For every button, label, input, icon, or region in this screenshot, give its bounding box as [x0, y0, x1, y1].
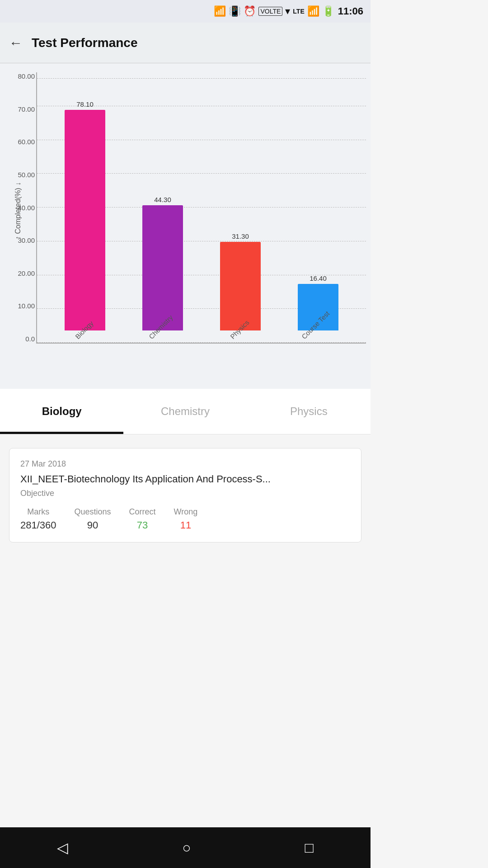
nav-recents-button[interactable]: □ [305, 840, 314, 856]
bar-chemistry-value: 44.30 [154, 196, 171, 203]
tabs: Biology Chemistry Physics [0, 389, 371, 434]
bar-coursetest-value: 16.40 [310, 274, 327, 282]
current-time: 11:06 [338, 5, 363, 17]
stat-correct: Correct 73 [129, 507, 156, 531]
chart-section: ↑ Completed(%) ↓ 80.00 70.00 60.00 50.00 [0, 63, 371, 389]
stat-questions-label: Questions [75, 507, 111, 517]
y-label-30: 30.00 [10, 236, 35, 244]
battery-icon: 🔋 [322, 5, 334, 17]
y-label-10: 10.00 [10, 302, 35, 310]
nav-home-button[interactable]: ○ [182, 840, 191, 856]
tab-biology[interactable]: Biology [0, 389, 123, 434]
bar-coursetest: 16.40 Course Test [298, 274, 338, 343]
y-label-0: 0.0 [10, 335, 35, 343]
test-result-card[interactable]: 27 Mar 2018 XII_NEET-Biotechnology Its A… [9, 448, 361, 542]
y-label-80: 80.00 [10, 72, 35, 80]
bar-biology: 78.10 Biology [65, 100, 105, 343]
bar-biology-value: 78.10 [76, 100, 94, 108]
bar-chemistry-rect [142, 205, 183, 330]
chart-container: ↑ Completed(%) ↓ 80.00 70.00 60.00 50.00 [5, 72, 366, 380]
chart-inner: 80.00 70.00 60.00 50.00 40.00 30.00 20.0… [36, 72, 366, 344]
content-area: 27 Mar 2018 XII_NEET-Biotechnology Its A… [0, 434, 371, 706]
y-label-60: 60.00 [10, 138, 35, 146]
volte-icon: VOLTE [258, 7, 282, 16]
y-label-40: 40.00 [10, 204, 35, 212]
nav-bar: ◁ ○ □ [0, 827, 371, 868]
y-label-50: 50.00 [10, 171, 35, 179]
status-bar: 📶 📳 ⏰ VOLTE ▾ LTE 📶 🔋 11:06 [0, 0, 371, 23]
tab-chemistry[interactable]: Chemistry [123, 389, 247, 434]
status-icons: 📶 📳 ⏰ VOLTE ▾ LTE 📶 🔋 [214, 5, 334, 17]
bar-biology-rect [65, 110, 105, 330]
card-title: XII_NEET-Biotechnology Its Application A… [20, 473, 350, 485]
bar-physics-rect [220, 242, 261, 330]
page-title: Test Performance [32, 36, 137, 50]
stat-correct-value: 73 [137, 519, 148, 531]
stat-questions: Questions 90 [75, 507, 111, 531]
stat-correct-label: Correct [129, 507, 156, 517]
card-type: Objective [20, 489, 350, 498]
card-stats: Marks 281/360 Questions 90 Correct 73 Wr… [20, 507, 350, 531]
tab-physics[interactable]: Physics [247, 389, 371, 434]
tabs-section: Biology Chemistry Physics [0, 389, 371, 434]
back-button[interactable]: ← [9, 35, 23, 51]
stat-questions-value: 90 [87, 519, 98, 531]
bars-area: 78.10 Biology 44.30 Chemistry 31.30 Phys… [46, 72, 357, 343]
bar-physics-value: 31.30 [232, 232, 249, 240]
nav-back-button[interactable]: ◁ [57, 839, 68, 856]
card-date: 27 Mar 2018 [20, 459, 350, 469]
stat-wrong-label: Wrong [174, 507, 198, 517]
wifi-icon: ▾ [285, 5, 290, 17]
y-label-20: 20.00 [10, 269, 35, 277]
bar-chemistry: 44.30 Chemistry [142, 196, 183, 343]
y-label-70: 70.00 [10, 105, 35, 113]
stat-marks-value: 281/360 [20, 519, 56, 531]
stat-marks-label: Marks [27, 507, 49, 517]
bar-physics: 31.30 Physics [220, 232, 261, 343]
stat-wrong: Wrong 11 [174, 507, 198, 531]
signal-bars-icon: 📶 [307, 5, 319, 17]
vibrate-icon: 📳 [229, 5, 241, 17]
stat-marks: Marks 281/360 [20, 507, 56, 531]
stat-wrong-value: 11 [180, 519, 191, 531]
y-labels: 80.00 70.00 60.00 50.00 40.00 30.00 20.0… [10, 72, 35, 343]
signal-icon: 📶 [214, 5, 226, 17]
alarm-icon: ⏰ [244, 5, 256, 17]
app-bar: ← Test Performance [0, 23, 371, 63]
lte-icon: LTE [293, 8, 304, 15]
